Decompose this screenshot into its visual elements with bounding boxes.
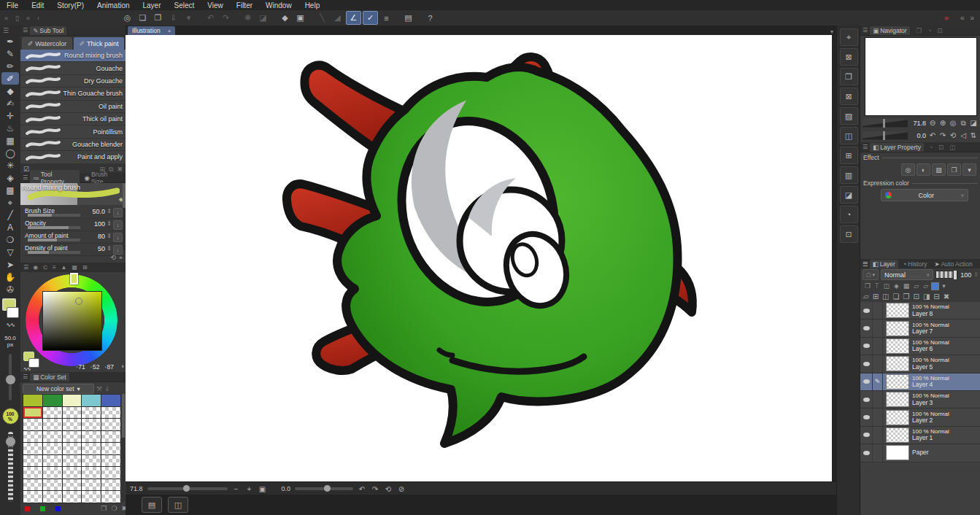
- navigator-icon-tabs[interactable]: ❐◔⊡: [917, 27, 943, 34]
- color-swatch[interactable]: [101, 407, 120, 419]
- tool-button[interactable]: ◈: [1, 171, 19, 184]
- layer-name[interactable]: Layer 5: [912, 364, 949, 371]
- collapse-icon[interactable]: ▯: [15, 15, 19, 22]
- tool-button[interactable]: ▽: [1, 246, 19, 258]
- tool-button[interactable]: ✏: [1, 60, 19, 72]
- tool-button[interactable]: ✎: [1, 47, 19, 60]
- zoom-slider[interactable]: [147, 487, 228, 490]
- group-tab[interactable]: ✐Thick paint: [74, 37, 124, 50]
- toolbar-button[interactable]: ⇓: [166, 12, 180, 24]
- tool-button[interactable]: ❍: [1, 233, 19, 246]
- color-set-preset-select[interactable]: New color set▾: [23, 384, 94, 394]
- layer-option-icon[interactable]: ❐: [865, 282, 871, 290]
- tool-button[interactable]: ✛: [1, 109, 19, 122]
- show-all-checkbox[interactable]: ☑: [23, 166, 29, 173]
- header-icon[interactable]: ▦: [72, 264, 78, 271]
- menu-item[interactable]: Story(P): [50, 0, 90, 10]
- transparent-color-icon[interactable]: ∿∿: [23, 366, 31, 372]
- dynamics-button[interactable]: ↓: [113, 233, 123, 242]
- slider-knob[interactable]: [324, 485, 331, 492]
- palette-dock-icon[interactable]: ❐: [840, 68, 858, 85]
- brush-list-item[interactable]: Gouache blender: [20, 139, 126, 151]
- layer-command-icon[interactable]: ⊟: [933, 293, 939, 301]
- header-icon[interactable]: ◉: [33, 264, 38, 271]
- spinner-icon[interactable]: ⇕: [107, 208, 112, 214]
- color-swatch[interactable]: [82, 479, 101, 491]
- color-swatch[interactable]: [43, 443, 62, 454]
- palette-dock-icon[interactable]: ▥: [840, 166, 858, 184]
- layer-thumbnail[interactable]: [886, 410, 909, 425]
- layer-command-icon[interactable]: ❏: [893, 293, 900, 301]
- spinner-icon[interactable]: ⇕: [973, 271, 979, 278]
- zoom-slider[interactable]: [863, 119, 908, 128]
- color-swatch[interactable]: [63, 431, 82, 443]
- collapse-icon[interactable]: ‹: [37, 15, 39, 22]
- layer-thumbnail[interactable]: [886, 445, 909, 460]
- hue-marker[interactable]: [70, 273, 78, 284]
- slider-track[interactable]: [28, 214, 80, 217]
- color-swatch[interactable]: [63, 407, 82, 419]
- footer-icon[interactable]: ❍: [111, 505, 117, 512]
- color-swatch[interactable]: [63, 467, 82, 479]
- document-tab[interactable]: Illustration ×: [128, 26, 175, 35]
- panel-icon-tab[interactable]: ❐: [917, 27, 922, 34]
- color-swatch[interactable]: [82, 407, 101, 419]
- tool-button[interactable]: ✒: [1, 35, 19, 47]
- rotate-button[interactable]: ↷: [371, 485, 379, 493]
- hamburger-icon[interactable]: ☰: [23, 27, 28, 34]
- drawing-canvas[interactable]: [126, 35, 832, 481]
- rotation-slider[interactable]: [295, 487, 353, 490]
- color-wheel-header-icons[interactable]: ◉C≡▲▦⊞: [33, 264, 88, 271]
- color-set-footer-icons[interactable]: ❐❍✖: [101, 505, 127, 512]
- layer-row[interactable]: Paper: [860, 444, 980, 462]
- color-swatch[interactable]: [82, 395, 101, 406]
- minimized-palette-button[interactable]: ▤: [142, 497, 162, 513]
- transparent-color-icon[interactable]: ∿∿: [6, 322, 14, 330]
- tool-palette-menu[interactable]: ☰: [0, 26, 9, 35]
- toolbar-button[interactable]: ∠: [346, 11, 361, 25]
- layer-command-icon[interactable]: ▱: [863, 293, 869, 301]
- color-swatch[interactable]: [101, 467, 120, 479]
- color-set-tab[interactable]: ▦Color Set: [30, 373, 69, 382]
- property-slider-row[interactable]: Brush Size 50.0 ⇕ ↓: [23, 206, 124, 219]
- toolbar-button[interactable]: ◎: [120, 12, 134, 24]
- menu-item[interactable]: Layer: [136, 0, 168, 10]
- toolbar-button[interactable]: ↶: [204, 12, 217, 24]
- layer-thumbnail[interactable]: [886, 356, 909, 371]
- palette-dock-icon[interactable]: ⊡: [840, 225, 858, 243]
- toolbar-button[interactable]: ▤: [401, 12, 415, 24]
- brush-list-item[interactable]: Oil paint: [20, 101, 126, 113]
- tab-list-dropdown-icon[interactable]: ▾: [830, 28, 833, 35]
- property-slider-row[interactable]: Amount of paint 80 ⇕ ↓: [23, 231, 124, 244]
- dynamics-button[interactable]: ↓: [113, 208, 123, 217]
- effect-button[interactable]: ▾: [962, 163, 976, 176]
- color-swatch[interactable]: [82, 467, 101, 479]
- palette-dock-icon[interactable]: ⊞: [840, 147, 858, 164]
- header-icon[interactable]: C: [43, 264, 47, 271]
- blend-mode-select[interactable]: Normal▾: [881, 269, 933, 280]
- toolbar-button[interactable]: ↷: [219, 12, 233, 24]
- palette-dock-icon[interactable]: ⊠: [840, 88, 858, 105]
- layer-tab[interactable]: ◧Layer: [870, 260, 898, 268]
- color-swatch[interactable]: [23, 479, 42, 491]
- edit-color-set-button[interactable]: ⚒: [96, 385, 102, 392]
- navigator-tab[interactable]: ▣Navigator: [870, 26, 909, 35]
- layer-option-icon[interactable]: ◫: [883, 282, 890, 290]
- rotate-button[interactable]: ⟲: [384, 485, 393, 493]
- color-swatch[interactable]: [43, 479, 62, 491]
- tool-button[interactable]: ➤: [1, 258, 19, 271]
- layer-name[interactable]: Layer 7: [912, 328, 949, 336]
- panel-icon-tab[interactable]: ◫: [949, 144, 955, 151]
- navigator-button[interactable]: ⧉: [958, 118, 968, 128]
- visibility-toggle[interactable]: [860, 309, 872, 313]
- color-swatch[interactable]: [23, 419, 42, 430]
- slider-track[interactable]: [28, 251, 80, 254]
- navigator-button[interactable]: ↶: [927, 131, 938, 141]
- mini-color-swatch[interactable]: [55, 506, 61, 511]
- register-button[interactable]: ⌖: [119, 254, 123, 262]
- color-swatch[interactable]: [43, 455, 62, 467]
- right-dock-collapse[interactable]: «»: [960, 14, 974, 22]
- effect-button[interactable]: ❐: [947, 163, 961, 176]
- layer-thumbnail[interactable]: [886, 303, 909, 318]
- navigator-button[interactable]: ◪: [968, 118, 979, 128]
